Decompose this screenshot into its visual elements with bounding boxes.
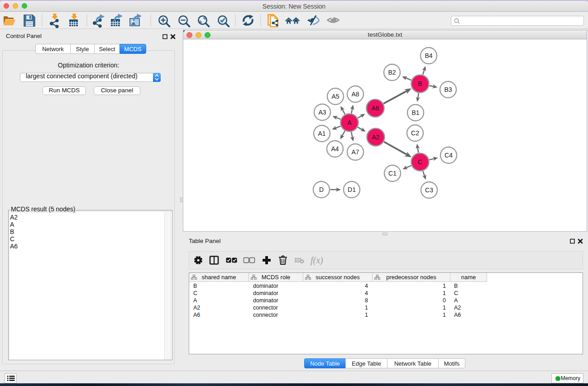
svg-text:B4: B4 <box>425 52 432 59</box>
svg-text:D1: D1 <box>348 186 356 193</box>
svg-text:A2: A2 <box>372 133 379 141</box>
svg-text:B1: B1 <box>411 109 419 116</box>
svg-text:B2: B2 <box>388 69 396 76</box>
svg-text:C1: C1 <box>388 170 397 177</box>
svg-text:f(x): f(x) <box>311 255 323 266</box>
svg-text:C4: C4 <box>445 152 453 159</box>
svg-text:A3: A3 <box>318 109 326 116</box>
svg-text:B: B <box>418 80 422 87</box>
svg-text:A8: A8 <box>351 91 359 98</box>
svg-text:A4: A4 <box>331 145 339 152</box>
svg-text:C3: C3 <box>425 186 433 194</box>
svg-text:A5: A5 <box>331 93 339 100</box>
svg-text:C: C <box>418 158 422 166</box>
svg-text:D: D <box>319 186 324 193</box>
svg-text:B3: B3 <box>444 86 452 93</box>
svg-text:A6: A6 <box>371 105 379 112</box>
svg-text:A7: A7 <box>351 148 359 156</box>
svg-text:A1: A1 <box>318 130 325 137</box>
svg-text:A: A <box>347 119 352 126</box>
svg-text:C2: C2 <box>411 129 419 137</box>
